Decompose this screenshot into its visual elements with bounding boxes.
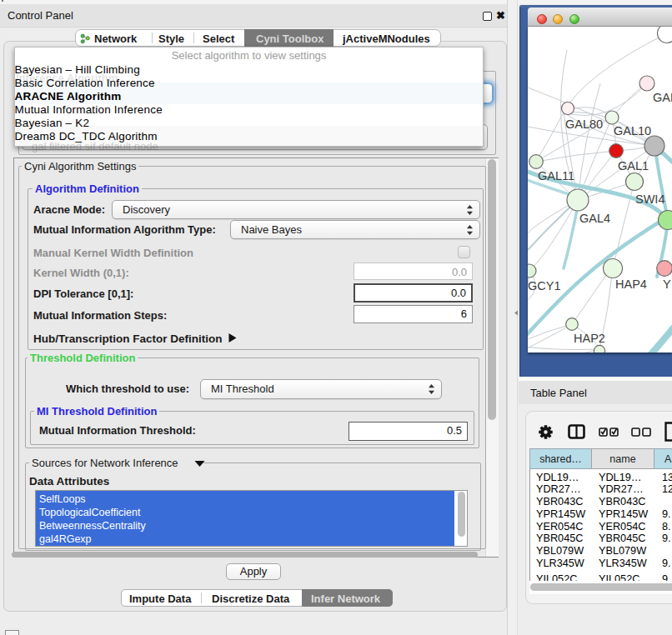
svg-text:GAL4: GAL4: [579, 212, 610, 225]
svg-text:HAP2: HAP2: [574, 332, 605, 345]
svg-text:SWI4: SWI4: [635, 192, 664, 206]
svg-text:GAL2: GAL2: [653, 91, 672, 104]
svg-text:GCY1: GCY1: [528, 279, 561, 292]
svg-text:HAP4: HAP4: [615, 278, 647, 291]
svg-text:GAL10: GAL10: [614, 124, 651, 138]
svg-text:GAL1: GAL1: [618, 159, 649, 172]
svg-text:GAL80: GAL80: [565, 118, 603, 131]
svg-text:GAL11: GAL11: [538, 169, 574, 182]
svg-text:Y: Y: [663, 278, 671, 291]
